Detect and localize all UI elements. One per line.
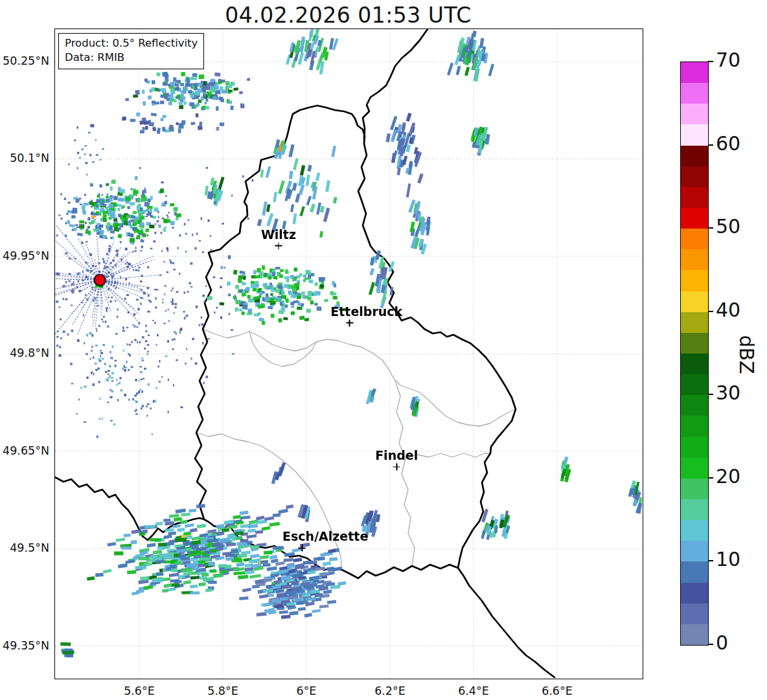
map-panel: Product: 0.5° Reflectivity Data: RMIB Wi…	[54, 28, 643, 679]
colorbar-tick-label: 40	[716, 299, 740, 321]
y-tick-label: 49.5°N	[0, 541, 49, 554]
colorbar-segment	[681, 354, 708, 374]
colorbar-segment	[681, 62, 708, 83]
colorbar-segment	[681, 146, 708, 166]
y-tick-label: 49.8°N	[0, 346, 49, 359]
y-tick-label: 49.95°N	[0, 249, 49, 262]
x-tick-label: 6.6°E	[542, 684, 573, 697]
x-tick-label: 6.4°E	[458, 684, 489, 697]
colorbar-segment	[681, 124, 708, 145]
y-tick-label: 49.35°N	[0, 639, 49, 652]
figure-title: 04.02.2026 01:53 UTC	[54, 3, 642, 28]
colorbar-tick	[708, 477, 713, 479]
colorbar-segment	[681, 166, 708, 187]
colorbar-tick	[708, 144, 713, 146]
colorbar-segment	[681, 270, 708, 291]
colorbar-segment	[681, 583, 708, 604]
colorbar-segment	[681, 395, 708, 416]
colorbar-segment	[681, 624, 708, 645]
radar-figure: 04.02.2026 01:53 UTC Product: 0.5° Refle…	[0, 0, 767, 700]
colorbar-segment	[681, 333, 708, 354]
colorbar-segment	[681, 499, 708, 520]
colorbar-tick-label: 0	[716, 631, 728, 654]
colorbar-tick	[708, 61, 713, 62]
colorbar-segment	[681, 541, 708, 561]
colorbar-segment	[681, 229, 708, 249]
colorbar-tick	[708, 227, 713, 229]
colorbar-segment	[681, 187, 708, 208]
product-info-box: Product: 0.5° Reflectivity Data: RMIB	[58, 33, 204, 69]
colorbar-segment	[681, 291, 708, 312]
x-tick-label: 5.6°E	[124, 684, 155, 697]
x-tick-label: 6°E	[296, 684, 316, 697]
colorbar-segment	[681, 312, 708, 333]
colorbar-segment	[681, 249, 708, 270]
colorbar-tick-label: 50	[716, 215, 740, 238]
colorbar-tick-label: 20	[716, 465, 740, 488]
y-tick-label: 50.25°N	[0, 54, 49, 67]
colorbar-segment	[681, 208, 708, 229]
data-source-line: Data: RMIB	[65, 51, 198, 65]
colorbar-tick-label: 70	[716, 49, 740, 71]
colorbar-segment	[681, 104, 708, 124]
colorbar	[680, 62, 709, 646]
colorbar-axis-label: dBZ	[735, 322, 758, 387]
y-tick-label: 50.1°N	[0, 152, 49, 164]
colorbar-tick	[708, 560, 713, 561]
colorbar-segment	[681, 458, 708, 479]
x-tick-label: 6.2°E	[374, 684, 406, 697]
y-tick-label: 49.65°N	[0, 444, 49, 457]
colorbar-tick-label: 10	[716, 548, 740, 570]
colorbar-tick	[708, 644, 713, 645]
colorbar-segment	[681, 83, 708, 104]
colorbar-segment	[681, 437, 708, 458]
colorbar-segment	[681, 479, 708, 499]
colorbar-segment	[681, 416, 708, 436]
colorbar-tick	[708, 311, 713, 312]
colorbar-segment	[681, 374, 708, 395]
colorbar-segment	[681, 561, 708, 582]
colorbar-tick-label: 60	[716, 132, 740, 155]
product-line: Product: 0.5° Reflectivity	[65, 36, 198, 51]
radar-map-canvas	[55, 29, 642, 678]
colorbar-segment	[681, 520, 708, 541]
x-tick-label: 5.8°E	[207, 684, 238, 697]
colorbar-tick	[708, 394, 713, 395]
colorbar-segment	[681, 604, 708, 624]
